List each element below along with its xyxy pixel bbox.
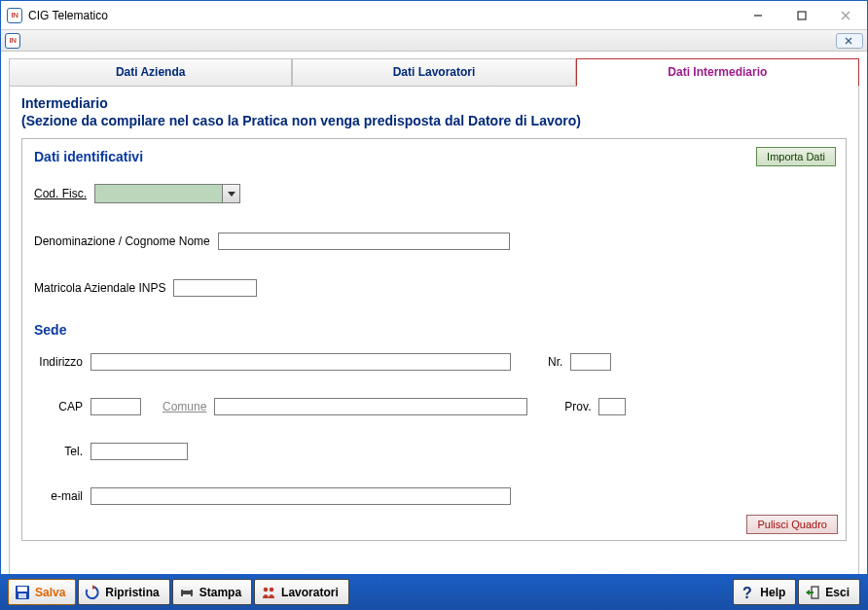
matricola-input[interactable] bbox=[173, 279, 257, 297]
svg-rect-8 bbox=[18, 593, 26, 598]
tab-panel-intermediario: Intermediario (Sezione da compilare nel … bbox=[9, 86, 859, 575]
cod-fisc-combo[interactable] bbox=[94, 184, 240, 203]
close-button[interactable] bbox=[823, 1, 867, 29]
ripristina-label: Ripristina bbox=[105, 586, 159, 599]
people-icon bbox=[261, 585, 276, 600]
nr-input[interactable] bbox=[570, 353, 611, 371]
window-title: CIG Telematico bbox=[28, 9, 108, 22]
secondary-bar: IN bbox=[1, 30, 867, 52]
bottom-toolbar: Salva Ripristina Stampa Lavoratori ? Hel… bbox=[0, 574, 868, 610]
comune-input[interactable] bbox=[214, 398, 527, 415]
label-cod-fisc[interactable]: Cod. Fisc. bbox=[34, 187, 87, 200]
label-email: e-mail bbox=[34, 489, 83, 503]
label-nr: Nr. bbox=[548, 355, 562, 369]
minimize-button[interactable] bbox=[736, 1, 779, 29]
save-icon bbox=[15, 585, 30, 600]
svg-text:?: ? bbox=[742, 585, 752, 600]
mdi-close-button[interactable] bbox=[836, 33, 863, 49]
label-comune[interactable]: Comune bbox=[163, 400, 206, 413]
tel-input[interactable] bbox=[90, 443, 188, 460]
tab-strip: Dati Azienda Dati Lavoratori Dati Interm… bbox=[9, 57, 859, 86]
svg-marker-17 bbox=[806, 590, 810, 595]
legend-dati-identificativi: Dati identificativi bbox=[34, 149, 834, 164]
lavoratori-button[interactable]: Lavoratori bbox=[254, 579, 349, 605]
svg-rect-1 bbox=[798, 12, 806, 19]
importa-dati-button[interactable]: Importa Dati bbox=[756, 147, 836, 166]
tab-dati-intermediario[interactable]: Dati Intermediario bbox=[576, 58, 859, 87]
esci-button[interactable]: Esci bbox=[798, 579, 860, 605]
help-icon: ? bbox=[740, 585, 755, 600]
label-tel: Tel. bbox=[34, 445, 83, 458]
svg-rect-12 bbox=[183, 594, 191, 598]
label-matricola: Matricola Aziendale INPS bbox=[34, 281, 165, 295]
legend-sede: Sede bbox=[34, 322, 834, 338]
page-subtitle: (Sezione da compilare nel caso la Pratic… bbox=[21, 113, 847, 128]
tab-dati-lavoratori[interactable]: Dati Lavoratori bbox=[292, 58, 575, 87]
salva-label: Salva bbox=[35, 586, 65, 599]
exit-icon bbox=[805, 585, 820, 600]
window-controls bbox=[736, 1, 867, 29]
cod-fisc-input[interactable] bbox=[95, 185, 222, 202]
app-icon: IN bbox=[7, 8, 22, 23]
fieldset-dati-identificativi: Dati identificativi Importa Dati Cod. Fi… bbox=[21, 138, 847, 541]
maximize-button[interactable] bbox=[779, 1, 823, 29]
tab-dati-azienda[interactable]: Dati Azienda bbox=[9, 58, 292, 87]
pulisci-quadro-button[interactable]: Pulisci Quadro bbox=[746, 515, 838, 534]
svg-rect-11 bbox=[183, 587, 191, 591]
printer-icon bbox=[179, 585, 195, 600]
help-button[interactable]: ? Help bbox=[733, 579, 796, 605]
salva-button[interactable]: Salva bbox=[8, 579, 76, 605]
email-input[interactable] bbox=[90, 487, 511, 505]
stampa-button[interactable]: Stampa bbox=[172, 579, 252, 605]
denominazione-input[interactable] bbox=[218, 233, 510, 250]
stampa-label: Stampa bbox=[199, 586, 241, 599]
esci-label: Esci bbox=[825, 586, 850, 599]
prov-input[interactable] bbox=[598, 398, 626, 415]
ripristina-button[interactable]: Ripristina bbox=[78, 579, 169, 605]
label-prov: Prov. bbox=[564, 400, 591, 413]
chevron-down-icon[interactable] bbox=[222, 185, 239, 202]
lavoratori-label: Lavoratori bbox=[281, 586, 339, 599]
titlebar: IN CIG Telematico bbox=[1, 1, 867, 30]
help-label: Help bbox=[760, 586, 785, 599]
svg-point-14 bbox=[270, 587, 274, 592]
label-indirizzo: Indirizzo bbox=[34, 355, 83, 369]
app-icon-small: IN bbox=[5, 33, 20, 49]
label-cap: CAP bbox=[34, 400, 83, 413]
label-denominazione: Denominazione / Cognome Nome bbox=[34, 234, 210, 248]
svg-rect-7 bbox=[18, 587, 27, 592]
refresh-icon bbox=[85, 585, 100, 600]
svg-point-13 bbox=[264, 587, 269, 592]
cap-input[interactable] bbox=[90, 398, 141, 415]
indirizzo-input[interactable] bbox=[90, 353, 511, 371]
page-title: Intermediario bbox=[21, 95, 847, 111]
